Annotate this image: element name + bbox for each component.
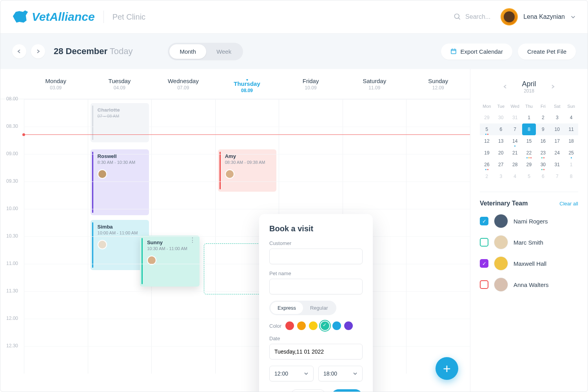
color-swatch[interactable]	[297, 321, 306, 330]
day-header[interactable]: Wednesday07.09	[151, 69, 215, 99]
mini-day[interactable]: 30	[536, 159, 550, 171]
team-member[interactable]: Maxwell Hall	[480, 256, 578, 270]
mini-day[interactable]: 23	[536, 147, 550, 159]
mini-day[interactable]: 14	[508, 135, 522, 147]
more-dots-icon[interactable]: ⋮	[189, 240, 196, 241]
mini-day[interactable]: 30	[494, 112, 508, 123]
color-swatch[interactable]	[285, 321, 294, 330]
mini-day[interactable]: 29	[480, 112, 494, 123]
user-menu[interactable]: Lena Kazynian	[501, 8, 576, 25]
svg-point-0	[455, 14, 459, 19]
event-card[interactable]: Amy08:30 AM - 09:38 AM	[218, 149, 277, 192]
customer-input[interactable]	[269, 249, 363, 264]
color-swatch[interactable]	[309, 321, 318, 330]
event-card[interactable]: Charlotte07 – 08 AM	[91, 103, 149, 142]
day-header[interactable]: Tuesday04.09	[88, 69, 152, 99]
event-card[interactable]: Sunny10:30 AM - 11:00 AM⋮	[140, 236, 200, 287]
mini-day[interactable]: 19	[480, 147, 494, 159]
mini-calendar[interactable]: MonTueWedThuFriSatSun2930311234567891011…	[480, 101, 578, 182]
pet-name-input[interactable]	[269, 279, 363, 294]
mini-day[interactable]: 15	[522, 135, 536, 147]
team-checkbox[interactable]	[480, 238, 488, 247]
mini-day[interactable]: 2	[536, 112, 550, 123]
mini-day[interactable]: 3	[494, 171, 508, 182]
team-checkbox[interactable]	[480, 217, 488, 225]
mini-day[interactable]: 26	[480, 159, 494, 171]
mini-day[interactable]: 13	[494, 135, 508, 147]
view-month-button[interactable]: Month	[169, 44, 206, 59]
mini-day[interactable]: 16	[536, 135, 550, 147]
color-swatch[interactable]	[344, 321, 353, 330]
mini-day[interactable]: 4	[508, 171, 522, 182]
mini-day[interactable]: 20	[494, 147, 508, 159]
mini-day[interactable]: 27	[494, 159, 508, 171]
export-calendar-button[interactable]: Export Calendar	[441, 44, 512, 60]
mini-day[interactable]: 11	[564, 123, 578, 135]
next-button[interactable]	[31, 44, 45, 58]
add-button[interactable]: +	[436, 357, 458, 380]
mini-day[interactable]: 25	[564, 147, 578, 159]
create-pet-file-button[interactable]: Create Pet File	[518, 44, 576, 60]
day-header[interactable]: Thursday08.09	[215, 69, 279, 99]
mini-day[interactable]: 24	[550, 147, 564, 159]
type-regular-button[interactable]: Regular	[303, 302, 335, 314]
day-header[interactable]: Friday10.09	[279, 69, 343, 99]
day-header[interactable]: Saturday11.09	[343, 69, 407, 99]
mini-day[interactable]: 8	[522, 123, 536, 135]
mini-day[interactable]: 7	[550, 171, 564, 182]
team-member[interactable]: Marc Smith	[480, 235, 578, 249]
date-input[interactable]	[269, 344, 363, 359]
mini-day[interactable]: 6	[536, 171, 550, 182]
mini-day[interactable]: 7	[508, 123, 522, 135]
popover-title: Book a visit	[269, 224, 363, 233]
time-to-select[interactable]: 18:00	[318, 366, 363, 381]
mini-day[interactable]: 1	[564, 159, 578, 171]
mini-day[interactable]: 4	[564, 112, 578, 123]
day-header[interactable]: Monday03.09	[24, 69, 88, 99]
logo[interactable]: VetAlliance	[12, 8, 95, 25]
color-swatch[interactable]	[321, 321, 329, 330]
cancel-button[interactable]: Cancel	[290, 389, 327, 392]
mini-day[interactable]: 12	[480, 135, 494, 147]
team-avatar	[494, 256, 508, 270]
mini-day[interactable]: 5	[480, 123, 494, 135]
type-express-button[interactable]: Express	[270, 302, 303, 314]
mini-day[interactable]: 1	[522, 112, 536, 123]
time-label: 11.30	[0, 288, 24, 316]
date-label: Date	[269, 336, 363, 341]
mini-day[interactable]: 3	[550, 112, 564, 123]
mini-next-button[interactable]	[548, 81, 557, 93]
mini-day[interactable]: 10	[550, 123, 564, 135]
team-checkbox[interactable]	[480, 280, 488, 289]
mini-day[interactable]: 8	[564, 171, 578, 182]
mini-day[interactable]: 21	[508, 147, 522, 159]
book-visit-popover: Book a visit Customer Pet name Express R…	[259, 214, 373, 392]
mini-day[interactable]: 2	[480, 171, 494, 182]
view-week-button[interactable]: Week	[206, 44, 241, 59]
time-from-select[interactable]: 12:00	[269, 366, 314, 381]
mini-calendar-header: April 2018	[480, 80, 578, 94]
team-avatar	[494, 278, 508, 292]
mini-day[interactable]: 6	[494, 123, 508, 135]
search-input[interactable]: Search...	[454, 13, 490, 21]
mini-day[interactable]: 9	[536, 123, 550, 135]
mini-day[interactable]: 17	[550, 135, 564, 147]
mini-day[interactable]: 5	[522, 171, 536, 182]
event-card[interactable]: Roswell8:30 AM - 10:30 AM	[91, 149, 149, 215]
mini-prev-button[interactable]	[501, 81, 510, 93]
time-label: 08.30	[0, 123, 24, 151]
mini-day[interactable]: 22	[522, 147, 536, 159]
team-member[interactable]: Anna Walters	[480, 278, 578, 292]
team-checkbox[interactable]	[480, 259, 488, 268]
mini-day[interactable]: 31	[550, 159, 564, 171]
team-member[interactable]: Nami Rogers	[480, 214, 578, 228]
prev-button[interactable]	[12, 44, 26, 58]
color-swatch[interactable]	[332, 321, 341, 330]
mini-day[interactable]: 31	[508, 112, 522, 123]
mini-day[interactable]: 29	[522, 159, 536, 171]
book-button[interactable]: Book	[331, 389, 363, 392]
mini-day[interactable]: 18	[564, 135, 578, 147]
mini-day[interactable]: 28	[508, 159, 522, 171]
day-header[interactable]: Sunday12.09	[406, 69, 470, 99]
clear-all-link[interactable]: Clear all	[559, 201, 578, 207]
